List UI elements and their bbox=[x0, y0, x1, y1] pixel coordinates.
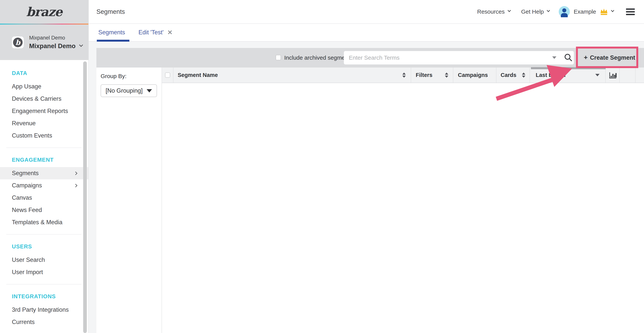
header-gutter bbox=[636, 68, 644, 83]
plus-icon: + bbox=[584, 54, 588, 61]
sidebar-item-segments[interactable]: Segments bbox=[0, 167, 88, 179]
sidebar-item-user-search[interactable]: User Search bbox=[0, 254, 88, 266]
select-all-checkbox[interactable] bbox=[165, 73, 170, 78]
tab-label: Edit 'Test' bbox=[138, 29, 164, 36]
sidebar-item-canvas[interactable]: Canvas bbox=[0, 192, 88, 204]
sidebar-item-custom-events[interactable]: Custom Events bbox=[0, 130, 88, 142]
section-title-engagement: ENGAGEMENT bbox=[0, 154, 88, 166]
column-label: Cards bbox=[501, 72, 516, 78]
table-body-empty bbox=[162, 83, 644, 333]
column-label: Filters bbox=[416, 72, 432, 78]
column-label: Segment Name bbox=[178, 72, 218, 78]
sidebar-item-devices-carriers[interactable]: Devices & Carriers bbox=[0, 93, 88, 105]
sidebar-item-label: Campaigns bbox=[12, 182, 42, 189]
main-area: Segments Resources Get Help Example bbox=[89, 0, 644, 333]
column-cards[interactable]: Cards bbox=[496, 68, 530, 83]
table-header: Segment Name Filters Campaigns Cards bbox=[162, 68, 644, 83]
group-by-value: [No Grouping] bbox=[106, 87, 142, 94]
segments-toolbar: Include archived segments + Create Segme… bbox=[96, 48, 644, 68]
hamburger-menu-icon[interactable] bbox=[626, 7, 635, 17]
close-icon[interactable]: ✕ bbox=[167, 29, 172, 36]
select-all-cell bbox=[162, 68, 174, 83]
column-empty bbox=[620, 68, 636, 83]
sort-icon bbox=[402, 73, 406, 78]
workspace-name-small: Mixpanel Demo bbox=[29, 35, 82, 41]
sidebar-item-currents[interactable]: Currents bbox=[0, 316, 88, 328]
sidebar-item-user-import[interactable]: User Import bbox=[0, 266, 88, 278]
group-by-label: Group By: bbox=[100, 73, 162, 79]
section-title-data: DATA bbox=[0, 67, 88, 79]
logo-block: braze bbox=[0, 0, 88, 24]
column-analytics[interactable] bbox=[606, 68, 620, 83]
workspace-app-icon: b bbox=[12, 37, 24, 48]
divider bbox=[6, 148, 82, 148]
column-campaigns[interactable]: Campaigns bbox=[453, 68, 496, 83]
column-segment-name[interactable]: Segment Name bbox=[174, 68, 411, 83]
tab-label: Segments bbox=[98, 29, 125, 36]
tab-edit-test[interactable]: Edit 'Test' ✕ bbox=[137, 24, 174, 41]
bar-chart-icon bbox=[608, 71, 617, 80]
sidebar-item-campaigns[interactable]: Campaigns bbox=[0, 179, 88, 192]
workspace-switcher[interactable]: b Mixpanel Demo Mixpanel Demo bbox=[0, 25, 88, 60]
sidebar: braze b Mixpanel Demo Mixpanel Demo DATA… bbox=[0, 0, 89, 333]
crown-icon bbox=[600, 8, 608, 16]
include-archived-label: Include archived segments bbox=[284, 48, 353, 68]
sidebar-item-app-usage[interactable]: App Usage bbox=[0, 80, 88, 93]
page-title: Segments bbox=[96, 8, 125, 15]
section-title-integrations: INTEGRATIONS bbox=[0, 290, 88, 302]
workspace-name: Mixpanel Demo bbox=[29, 42, 76, 50]
braze-logo: braze bbox=[26, 5, 62, 19]
sidebar-item-templates-media[interactable]: Templates & Media bbox=[0, 216, 88, 228]
column-last-edited[interactable]: Last Edited bbox=[530, 68, 606, 83]
avatar[interactable] bbox=[559, 6, 570, 17]
sort-icon bbox=[522, 73, 525, 78]
sidebar-nav: DATA App Usage Devices & Carriers Engage… bbox=[0, 60, 88, 328]
search-input[interactable] bbox=[344, 51, 574, 65]
column-label: Last Edited bbox=[536, 72, 566, 78]
sort-desc-icon bbox=[595, 74, 600, 76]
resources-menu[interactable]: Resources bbox=[477, 9, 510, 15]
active-tab-underline bbox=[97, 40, 130, 42]
sidebar-item-revenue[interactable]: Revenue bbox=[0, 117, 88, 130]
chevron-down-icon bbox=[79, 43, 83, 47]
content-area: Include archived segments + Create Segme… bbox=[89, 42, 644, 333]
column-scrollbar-strip bbox=[531, 67, 606, 69]
resources-label: Resources bbox=[477, 9, 504, 15]
sidebar-item-engagement-reports[interactable]: Engagement Reports bbox=[0, 105, 88, 117]
create-segment-label: Create Segment bbox=[590, 54, 635, 61]
get-help-label: Get Help bbox=[521, 9, 544, 15]
tab-segments[interactable]: Segments bbox=[97, 24, 130, 41]
dropdown-arrow-icon bbox=[146, 89, 152, 93]
top-bar: Segments Resources Get Help Example bbox=[89, 0, 644, 24]
group-by-panel: Group By: [No Grouping] bbox=[96, 68, 162, 333]
sidebar-scrollbar[interactable] bbox=[83, 61, 87, 333]
create-segment-button[interactable]: + Create Segment bbox=[581, 50, 638, 65]
chevron-down-icon[interactable] bbox=[611, 9, 614, 12]
sidebar-item-label: Segments bbox=[12, 170, 39, 176]
chevron-down-icon bbox=[508, 9, 511, 12]
chevron-down-icon bbox=[547, 9, 550, 12]
app-icon-letter: b bbox=[13, 38, 22, 47]
sort-icon bbox=[445, 73, 448, 78]
divider bbox=[6, 234, 82, 235]
user-name: Example bbox=[574, 9, 596, 15]
column-filters[interactable]: Filters bbox=[411, 68, 453, 83]
sidebar-item-news-feed[interactable]: News Feed bbox=[0, 204, 88, 216]
divider bbox=[6, 284, 82, 284]
group-by-select[interactable]: [No Grouping] bbox=[100, 84, 157, 97]
segments-table: Segment Name Filters Campaigns Cards bbox=[162, 68, 644, 333]
chevron-right-icon bbox=[74, 171, 77, 175]
include-archived-checkbox[interactable] bbox=[276, 55, 281, 60]
column-label: Campaigns bbox=[458, 72, 488, 78]
sidebar-item-3rd-party-integrations[interactable]: 3rd Party Integrations bbox=[0, 304, 88, 316]
chevron-right-icon bbox=[74, 184, 77, 187]
search-dropdown-caret-icon[interactable] bbox=[552, 56, 556, 59]
section-title-users: USERS bbox=[0, 240, 88, 253]
get-help-menu[interactable]: Get Help bbox=[521, 9, 550, 15]
tab-bar: Segments Edit 'Test' ✕ bbox=[89, 24, 644, 42]
search-icon[interactable] bbox=[564, 53, 573, 62]
app-window: braze b Mixpanel Demo Mixpanel Demo DATA… bbox=[0, 0, 644, 333]
